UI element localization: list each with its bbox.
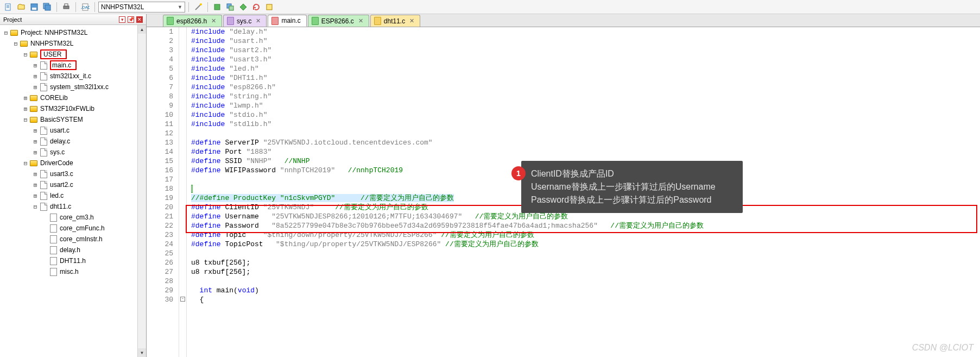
code-line[interactable]: #include "usart3.h" [191,55,980,64]
svg-point-9 [200,3,202,5]
print-icon[interactable] [60,1,72,13]
tab-label: esp8266.h [176,17,207,25]
tree-item[interactable]: ⊞usart2.c [0,179,146,190]
tree-item[interactable]: ⊟USER [0,49,146,60]
svg-rect-0 [5,4,10,10]
save-icon[interactable] [28,1,40,13]
code-line[interactable]: #include "usart2.h" [191,46,980,55]
pin2-icon[interactable]: 📌 [128,16,134,23]
tab-esp8266-h[interactable]: esp8266.h✕ [163,15,222,27]
tree-item[interactable]: core_cm3.h [0,212,146,223]
annotation-badge: 1 [511,166,526,180]
tree-item[interactable]: ⊟NNHPSTM32L [0,38,146,49]
code-line[interactable]: #include "DHT11.h" [191,73,980,83]
build-icon[interactable]: LOAD [79,1,91,13]
tab-ESP8266-c[interactable]: ESP8266.c✕ [308,15,369,27]
svg-rect-12 [229,6,233,10]
code-line[interactable]: #define ServerIP "25VTKW5NDJ.iotcloud.te… [191,138,980,147]
file-icon [271,17,279,25]
tree-item[interactable]: ⊞usart3.c [0,168,146,179]
project-panel-title: Project [3,16,22,23]
open-icon[interactable] [15,1,27,13]
line-gutter: 1234567891011121314151617181920212223242… [147,27,179,357]
close-tab-icon[interactable]: ✕ [409,17,414,24]
new-file-icon[interactable] [2,1,14,13]
tool-green-icon[interactable] [211,1,223,13]
svg-rect-10 [214,4,220,10]
tree-item[interactable]: ⊞delay.c [0,136,146,147]
close-tab-icon[interactable]: ✕ [211,17,216,24]
code-line[interactable]: #include "stdlib.h" [191,120,980,129]
code-line[interactable]: u8 rxbuf[256]; [191,267,980,277]
svg-text:LOAD: LOAD [81,5,90,9]
svg-rect-13 [267,4,272,10]
tab-main-c[interactable]: main.c [268,15,306,27]
tree-item[interactable]: ⊞usart.c [0,125,146,136]
close-tab-icon[interactable]: ✕ [256,17,261,24]
target-combo-value: NNHPSTM32L [101,3,144,11]
code-line[interactable]: #include "string.h" [191,92,980,101]
close-tab-icon[interactable]: ✕ [358,17,363,24]
tab-sys-c[interactable]: sys.c✕ [223,15,267,27]
diamond-icon[interactable] [237,1,249,13]
svg-rect-2 [32,8,36,10]
tree-item[interactable]: ⊞sys.c [0,147,146,158]
save-all-icon[interactable] [41,1,53,13]
target-combo[interactable]: NNHPSTM32L▼ [98,2,185,12]
code-line[interactable]: #include "lwmp.h" [191,101,980,110]
tree-item[interactable]: ⊞main.c [0,60,146,71]
tree-item[interactable]: ⊟BasicSYSTEM [0,114,146,125]
code-line[interactable]: #include "delay.h" [191,27,980,36]
code-line[interactable]: #define TopicPost "$thing/up/property/25… [191,240,980,249]
package-icon[interactable] [263,1,275,13]
tab-label: dht11.c [384,17,405,25]
tree-item[interactable]: DHT11.h [0,255,146,266]
code-line[interactable] [191,129,980,138]
tree-item[interactable]: misc.h [0,266,146,277]
wand-icon[interactable] [192,1,204,13]
tree-item[interactable]: ⊟DriverCode [0,158,146,168]
tool-copy-icon[interactable] [224,1,236,13]
code-line[interactable]: u8 txbuf[256]; [191,258,980,267]
editor-tabs: esp8266.h✕sys.c✕main.cESP8266.c✕dht11.c✕ [147,14,980,27]
code-line[interactable]: #define Topic "$thing/down/property/25VT… [191,230,980,240]
tree-item[interactable]: ⊞STM32F10xFWLib [0,103,146,114]
main-toolbar: LOAD NNHPSTM32L▼ [0,0,980,14]
project-panel-header: Project ▾ 📌 ✕ [0,14,146,25]
outline-gutter[interactable]: - [179,27,187,357]
tree-item[interactable]: core_cmFunc.h [0,223,146,234]
code-line[interactable] [191,277,980,286]
tab-label: sys.c [237,17,251,25]
close-panel-icon[interactable]: ✕ [136,16,143,23]
tree-item[interactable]: ⊞stm32l1xx_it.c [0,71,146,82]
tree-item[interactable]: ⊞CORELib [0,92,146,103]
scrollbar[interactable]: ▲▼ [137,25,146,357]
rebuild-icon[interactable] [250,1,262,13]
tree-item[interactable]: core_cmInstr.h [0,234,146,245]
tree-item[interactable]: ⊟dht11.c [0,201,146,212]
code-line[interactable]: #define Username "25VTKW5NDJESP8266;1201… [191,212,980,221]
code-line[interactable]: #include "led.h" [191,64,980,73]
tree-item[interactable]: ⊟Project: NNHPSTM32L [0,27,146,38]
code-line[interactable] [191,249,980,258]
code-line[interactable]: #include "esp8266.h" [191,83,980,92]
annotation-line2: Username替换成上一步骤计算过后的Username [531,180,733,193]
scroll-down-icon[interactable]: ▼ [138,348,146,357]
scroll-up-icon[interactable]: ▲ [138,25,146,34]
chevron-down-icon: ▼ [178,4,182,10]
svg-rect-6 [65,4,68,6]
code-line[interactable]: { [191,295,980,304]
tab-dht11-c[interactable]: dht11.c✕ [370,15,420,27]
file-icon [374,17,381,25]
pin-icon[interactable]: ▾ [119,16,125,23]
code-line[interactable]: #define Password "8a52257799e047b8e3c70b… [191,221,980,230]
project-tree[interactable]: ⊟Project: NNHPSTM32L⊟NNHPSTM32L⊟USER⊞mai… [0,25,146,357]
code-line[interactable]: #include "usart.h" [191,36,980,46]
tree-item[interactable]: ⊞system_stm32l1xx.c [0,82,146,92]
tab-label: main.c [281,17,300,24]
code-line[interactable]: int main(void) [191,286,980,295]
tree-item[interactable]: delay.h [0,245,146,255]
code-line[interactable]: #define Port "1883" [191,147,980,156]
tree-item[interactable]: ⊞led.c [0,190,146,201]
code-line[interactable]: #include "stdio.h" [191,110,980,120]
